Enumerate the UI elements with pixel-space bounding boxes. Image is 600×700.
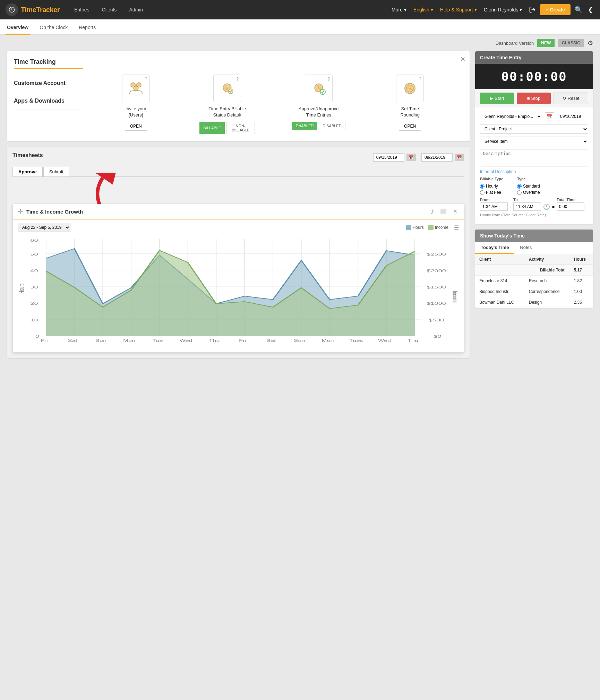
chart-share-button[interactable]: ⤴	[430, 208, 435, 215]
date-from-input[interactable]	[373, 153, 404, 162]
tab-approve[interactable]: Approve	[12, 167, 43, 176]
billable-button[interactable]: BILLABLE	[199, 122, 225, 134]
type-label: Type	[517, 177, 540, 181]
top-navigation: TimeTracker Entries Clients Admin More ▾…	[0, 0, 600, 19]
nav-clients[interactable]: Clients	[97, 7, 122, 12]
chart-legend: Hours Income	[406, 225, 448, 230]
logout-button[interactable]	[526, 5, 539, 15]
collapse-nav-button[interactable]: ❮	[586, 5, 594, 15]
client-name: Bowman Dahl LLC	[475, 297, 525, 308]
start-timer-button[interactable]: ▶ Start	[480, 93, 514, 104]
employee-row: Glenn Reynolds - Emplo... 📅	[480, 112, 588, 121]
subnav-reports[interactable]: Reports	[77, 21, 97, 35]
from-time-input[interactable]	[480, 202, 508, 211]
timesheets-card: Timesheets 📅 - 📅 Approve Submit	[7, 147, 470, 358]
to-label: To	[513, 198, 541, 202]
service-item-select[interactable]: Service Item	[480, 137, 588, 146]
radio-standard-input[interactable]	[517, 184, 522, 189]
more-button[interactable]: More ▾	[389, 6, 409, 14]
subnav-overview[interactable]: Overview	[6, 21, 30, 35]
close-time-tracking-card-button[interactable]: ✕	[460, 55, 465, 63]
set-rounding-help-icon[interactable]: ?	[419, 76, 421, 82]
total-time-col: Total Time	[557, 198, 584, 211]
radio-flat-fee-input[interactable]	[480, 190, 485, 195]
svg-marker-18	[99, 173, 106, 176]
chart-title: Time & Income Growth	[26, 209, 426, 215]
apps-downloads-menu-item[interactable]: Apps & Downloads	[14, 92, 83, 110]
clock-icon-button[interactable]: 🕐	[543, 204, 550, 210]
svg-text:30: 30	[30, 285, 38, 289]
card-left-menu: Customize Account Apps & Downloads	[14, 75, 83, 134]
total-time-input[interactable]	[557, 202, 584, 211]
description-textarea[interactable]	[480, 149, 588, 166]
employee-select[interactable]: Glenn Reynolds - Emplo...	[480, 112, 542, 121]
tab-submit[interactable]: Submit	[43, 167, 69, 176]
legend-hours: Hours	[406, 225, 424, 230]
svg-text:Wed: Wed	[378, 339, 391, 343]
version-classic-button[interactable]: CLASSIC	[558, 39, 584, 47]
svg-text:$2500: $2500	[427, 252, 446, 256]
radio-hourly-input[interactable]	[480, 184, 485, 189]
table-row: Embelesar 314 Research 1.82	[475, 276, 593, 286]
date-to-input[interactable]	[421, 153, 453, 162]
feature-billable-status: ? $ Time Entry BillableStatus Default BI…	[199, 75, 255, 134]
activity-name: Design	[525, 297, 570, 308]
invite-users-help-icon[interactable]: ?	[145, 76, 147, 82]
calendar-date-button[interactable]: 📅	[545, 112, 554, 121]
stop-timer-button[interactable]: ■ Stop	[517, 93, 551, 104]
subnav-on-the-clock[interactable]: On the Clock	[38, 21, 69, 35]
enabled-button[interactable]: ENABLED	[292, 122, 317, 130]
approve-time-icon-wrap: ?	[305, 75, 333, 102]
card-features: ? Invite your{Users} OPEN	[83, 75, 463, 134]
to-time-input[interactable]	[513, 202, 541, 211]
dashboard-settings-button[interactable]: ⚙	[588, 39, 593, 47]
svg-text:Thu: Thu	[209, 339, 220, 343]
version-new-button[interactable]: NEW	[537, 39, 555, 47]
chart-download-button[interactable]: ⬜	[439, 208, 448, 215]
svg-point-11	[320, 89, 325, 95]
approve-time-help-icon[interactable]: ?	[327, 76, 330, 82]
non-billable-button[interactable]: NON-BILLABLE	[226, 122, 255, 134]
chart-move-handle[interactable]: ✛	[18, 208, 23, 215]
chart-date-range-select[interactable]: Aug 23 - Sep 5, 2019	[18, 223, 70, 232]
create-button[interactable]: + Create	[540, 4, 571, 15]
entry-date-input[interactable]	[557, 112, 588, 121]
svg-text:Tues: Tues	[349, 339, 363, 343]
today-time-table: Client Activity Hours Billable Total 5.1…	[475, 254, 593, 308]
help-support-button[interactable]: Help & Support ▾	[437, 6, 480, 14]
nav-entries[interactable]: Entries	[69, 7, 94, 12]
billable-status-help-icon[interactable]: ?	[236, 76, 239, 82]
svg-text:Hours: Hours	[18, 284, 25, 294]
internal-description-link[interactable]: Internal Description	[480, 169, 588, 174]
dashboard-version-label: Dashboard Version	[496, 41, 534, 46]
nav-clock-icon-btn[interactable]	[6, 3, 18, 16]
chart-menu-button[interactable]: ☰	[454, 224, 459, 231]
nav-admin[interactable]: Admin	[124, 7, 148, 12]
customize-account-menu-item[interactable]: Customize Account	[14, 75, 83, 92]
activity-name: Correspondence	[525, 286, 570, 297]
calendar-to-button[interactable]: 📅	[455, 154, 464, 161]
set-rounding-icon-wrap: ?	[396, 75, 424, 102]
time-tracking-card: ✕ Time Tracking Customize Account Apps &…	[7, 51, 470, 141]
invite-users-open-button[interactable]: OPEN	[125, 122, 147, 131]
disabled-button[interactable]: DISABLED	[319, 122, 345, 130]
chart-close-button[interactable]: ✕	[452, 208, 459, 215]
tab-todays-time[interactable]: Today's Time	[475, 242, 514, 254]
feature-set-rounding: ? Set TimeRounding OPEN	[382, 75, 438, 134]
billable-type-label: Billable Type	[480, 177, 503, 181]
time-tracking-card-title: Time Tracking	[14, 58, 83, 69]
client-project-select[interactable]: Client - Project	[480, 124, 588, 134]
search-button[interactable]: 🔍	[572, 5, 585, 15]
tab-notes[interactable]: Notes	[514, 242, 537, 254]
timesheets-title: Timesheets	[12, 152, 43, 158]
hours-value: 2.35	[569, 297, 593, 308]
language-button[interactable]: English ▾	[411, 6, 436, 14]
calendar-from-button[interactable]: 📅	[406, 154, 416, 161]
svg-text:20: 20	[30, 301, 38, 305]
user-menu-button[interactable]: Glenn Reynolds ▾	[481, 6, 525, 14]
reset-timer-button[interactable]: ↺ Reset	[554, 93, 588, 104]
set-rounding-open-button[interactable]: OPEN	[399, 122, 421, 131]
svg-text:Sat: Sat	[266, 339, 276, 343]
radio-overtime-input[interactable]	[517, 190, 522, 195]
activity-name: Research	[525, 276, 570, 286]
